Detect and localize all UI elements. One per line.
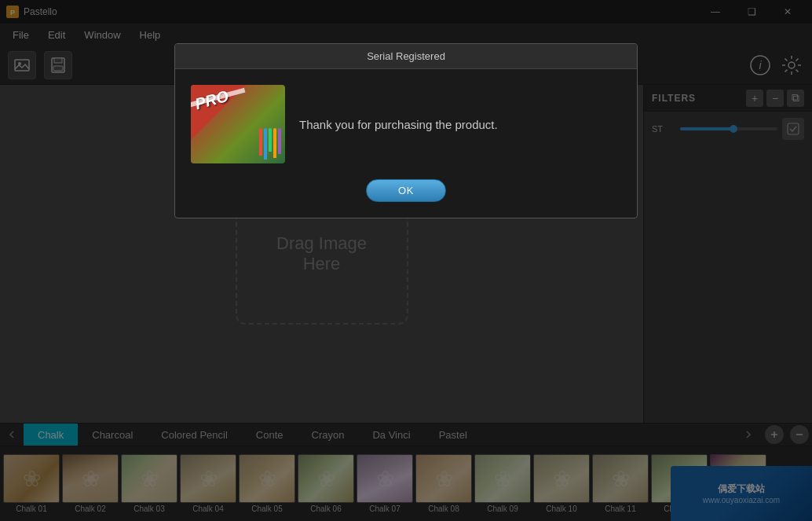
dialog-title: Serial Registered <box>367 50 445 62</box>
dialog-body: PRO Thank you for purchasing the product… <box>175 69 637 171</box>
dialog-ok-button[interactable]: OK <box>366 179 446 202</box>
dialog: Serial Registered PRO <box>174 43 638 218</box>
pro-badge: PRO <box>191 85 285 163</box>
dialog-title-bar: Serial Registered <box>175 44 637 69</box>
dialog-footer: OK <box>175 171 637 218</box>
dialog-overlay: Serial Registered PRO <box>0 0 812 521</box>
pro-pencils <box>259 128 281 160</box>
dialog-message: Thank you for purchasing the product. <box>299 118 621 131</box>
pro-badge-image: PRO <box>191 85 285 163</box>
